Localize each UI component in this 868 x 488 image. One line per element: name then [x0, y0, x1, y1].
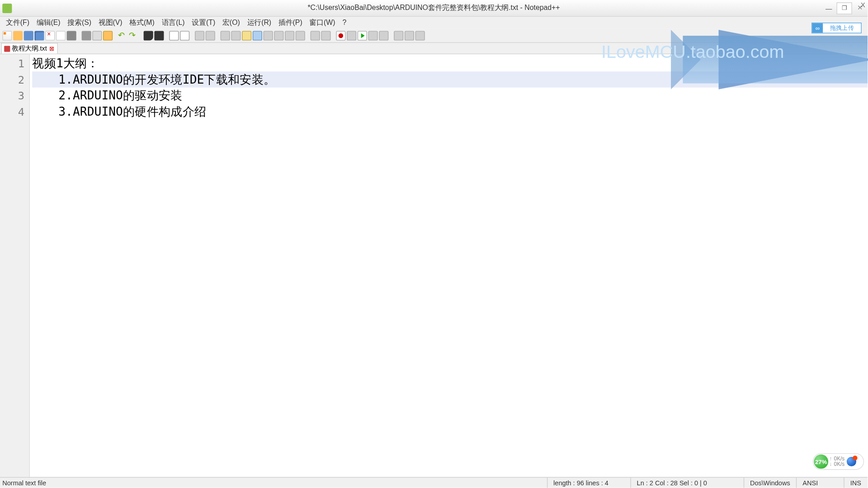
tab-active[interactable]: 教程大纲.txt ⊠ [1, 43, 58, 54]
separator [79, 31, 79, 40]
user-lang-icon[interactable] [253, 31, 262, 40]
text-line-content: 1.ARDUINO的开发环境IDE下载和安装。 [58, 72, 275, 86]
maximize-button[interactable] [836, 2, 852, 14]
save-all-icon[interactable] [34, 31, 44, 40]
text-line[interactable]: 2.ARDUINO的驱动安装 [32, 88, 868, 104]
menu-format[interactable]: 格式(M) [126, 16, 158, 29]
tabbar: 教程大纲.txt ⊠ [0, 43, 868, 54]
separator [217, 31, 218, 40]
tab-close-icon[interactable]: ⊠ [49, 46, 55, 52]
replace-icon[interactable] [154, 31, 164, 40]
cloud-upload-label: 拖拽上传 [823, 24, 861, 32]
toolbar [0, 28, 868, 43]
file-modified-icon [4, 46, 10, 52]
cloud-upload-button[interactable]: ∞ 拖拽上传 [811, 23, 862, 33]
wrap-icon[interactable] [242, 31, 251, 40]
text-line-current[interactable]: 1.ARDUINO的开发环境IDE下载和安装。 [32, 71, 868, 88]
redo-icon[interactable] [129, 31, 138, 40]
macro-list-icon[interactable] [311, 31, 320, 40]
monitor-icon[interactable] [296, 31, 305, 40]
menu-help[interactable]: ? [339, 17, 350, 28]
titlebar: *C:\Users\XiaoBai\Desktop\ARDUINO套件完整资料包… [0, 0, 868, 17]
editor[interactable]: 1 2 3 4 视频1大纲： 1.ARDUINO的开发环境IDE下载和安装。 2… [0, 54, 868, 477]
globe-icon [846, 457, 856, 466]
separator [166, 31, 167, 40]
indent-guide-icon[interactable] [231, 31, 241, 40]
zoom-out-icon[interactable] [180, 31, 189, 40]
doc-map-icon[interactable] [264, 31, 273, 40]
network-percent: 27% [814, 455, 828, 469]
run-list-icon[interactable] [321, 31, 330, 40]
menu-edit[interactable]: 编辑(E) [33, 16, 64, 29]
stop-macro-icon[interactable] [347, 31, 356, 40]
text-line[interactable]: 3.ARDUINO的硬件构成介绍 [32, 103, 868, 120]
minimize-button[interactable] [821, 2, 836, 14]
plugin2-icon[interactable] [405, 31, 414, 40]
menu-view[interactable]: 视图(V) [95, 16, 126, 29]
open-file-icon[interactable] [13, 31, 23, 40]
sync-scroll-icon[interactable] [195, 31, 204, 40]
plugin3-icon[interactable] [415, 31, 425, 40]
separator [307, 31, 308, 40]
line-number: 1 [0, 56, 24, 72]
close-file-icon[interactable] [45, 31, 55, 40]
network-monitor-widget[interactable]: 27% ↑↓ 0K/s 0K/s [813, 453, 864, 470]
folder-icon[interactable] [285, 31, 294, 40]
menu-window[interactable]: 窗口(W) [306, 16, 339, 29]
separator [391, 31, 392, 40]
menu-language[interactable]: 语言(L) [158, 16, 189, 29]
status-insert-mode: INS [844, 478, 868, 488]
separator [141, 31, 141, 40]
close-button[interactable] [852, 2, 868, 14]
editor-content[interactable]: 视频1大纲： 1.ARDUINO的开发环境IDE下载和安装。 2.ARDUINO… [30, 54, 868, 477]
line-number: 3 [0, 88, 24, 104]
statusbar: Normal text file length : 96 lines : 4 L… [0, 477, 868, 488]
download-speed: 0K/s [834, 461, 845, 467]
save-icon[interactable] [24, 31, 33, 40]
network-arrows-icon: ↑↓ [830, 456, 832, 467]
status-encoding: ANSI [796, 478, 844, 488]
separator [115, 31, 115, 40]
text-line[interactable]: 视频1大纲： [32, 56, 868, 72]
text-line-content: 2.ARDUINO的驱动安装 [58, 88, 183, 103]
menu-plugins[interactable]: 插件(P) [275, 16, 306, 29]
extra-close-icon[interactable]: X [861, 1, 865, 9]
separator [192, 31, 192, 40]
status-length: length : 96 lines : 4 [547, 478, 631, 488]
separator [333, 31, 334, 40]
cloud-icon: ∞ [812, 23, 823, 33]
cut-icon[interactable] [82, 31, 91, 40]
text-line-content: 3.ARDUINO的硬件构成介绍 [58, 104, 206, 119]
zoom-in-icon[interactable] [169, 31, 179, 40]
play-macro-icon[interactable] [358, 31, 367, 40]
save-macro-icon[interactable] [379, 31, 388, 40]
menu-file[interactable]: 文件(F) [2, 16, 33, 29]
play-multi-icon[interactable] [368, 31, 378, 40]
menu-run[interactable]: 运行(R) [244, 16, 275, 29]
status-eol: Dos\Windows [744, 478, 796, 488]
print-icon[interactable] [67, 31, 76, 40]
undo-icon[interactable] [118, 31, 127, 40]
func-list-icon[interactable] [274, 31, 283, 40]
line-number: 2 [0, 71, 24, 88]
status-filetype: Normal text file [0, 479, 547, 486]
plugin1-icon[interactable] [394, 31, 403, 40]
copy-icon[interactable] [92, 31, 102, 40]
menu-search[interactable]: 搜索(S) [64, 16, 95, 29]
menubar: 文件(F) 编辑(E) 搜索(S) 视图(V) 格式(M) 语言(L) 设置(T… [0, 17, 868, 28]
line-number-gutter: 1 2 3 4 [0, 54, 30, 477]
menu-macro[interactable]: 宏(O) [219, 16, 243, 29]
close-all-icon[interactable] [56, 31, 66, 40]
line-number: 4 [0, 103, 24, 120]
new-file-icon[interactable] [2, 31, 12, 40]
app-icon [2, 3, 12, 13]
paste-icon[interactable] [103, 31, 113, 40]
tab-label: 教程大纲.txt [12, 44, 47, 53]
network-speeds: 0K/s 0K/s [834, 456, 845, 467]
menu-settings[interactable]: 设置(T) [188, 16, 219, 29]
find-icon[interactable] [144, 31, 153, 40]
show-chars-icon[interactable] [221, 31, 230, 40]
word-wrap-icon[interactable] [206, 31, 215, 40]
window-title: *C:\Users\XiaoBai\Desktop\ARDUINO套件完整资料包… [307, 3, 560, 13]
record-macro-icon[interactable] [336, 31, 345, 40]
